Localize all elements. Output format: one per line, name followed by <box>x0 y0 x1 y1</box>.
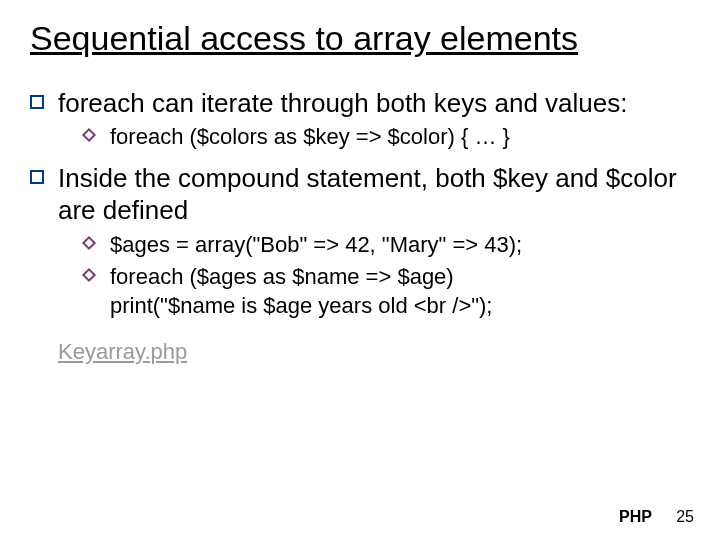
bullet-item: Inside the compound statement, both $key… <box>30 162 690 321</box>
bullet-text: Inside the compound statement, both $key… <box>58 163 677 226</box>
page-number: 25 <box>676 508 694 526</box>
sub-bullet-list: foreach ($colors as $key => $color) { … … <box>58 123 690 152</box>
sub-bullet-text-continuation: print("$name is $age years old <br />"); <box>110 293 492 318</box>
sub-bullet-text: foreach ($colors as $key => $color) { … … <box>110 124 510 149</box>
sub-bullet-item: $ages = array("Bob" => 42, "Mary" => 43)… <box>58 231 690 260</box>
sub-bullet-list: $ages = array("Bob" => 42, "Mary" => 43)… <box>58 231 690 321</box>
slide: Sequential access to array elements fore… <box>0 0 720 540</box>
footer-label: PHP <box>619 508 652 526</box>
diamond-bullet-icon <box>82 128 96 142</box>
diamond-bullet-icon <box>82 236 96 250</box>
sub-bullet-item: foreach ($colors as $key => $color) { … … <box>58 123 690 152</box>
sub-bullet-text: $ages = array("Bob" => 42, "Mary" => 43)… <box>110 232 522 257</box>
sub-bullet-item: foreach ($ages as $name => $age) print("… <box>58 263 690 320</box>
sub-bullet-text: foreach ($ages as $name => $age) <box>110 264 454 289</box>
bullet-item: foreach can iterate through both keys an… <box>30 87 690 152</box>
bullet-list: foreach can iterate through both keys an… <box>30 87 690 321</box>
slide-title: Sequential access to array elements <box>30 18 690 59</box>
bullet-text: foreach can iterate through both keys an… <box>58 88 627 118</box>
file-link[interactable]: Keyarray.php <box>58 339 690 365</box>
square-bullet-icon <box>30 170 44 184</box>
square-bullet-icon <box>30 95 44 109</box>
diamond-bullet-icon <box>82 268 96 282</box>
